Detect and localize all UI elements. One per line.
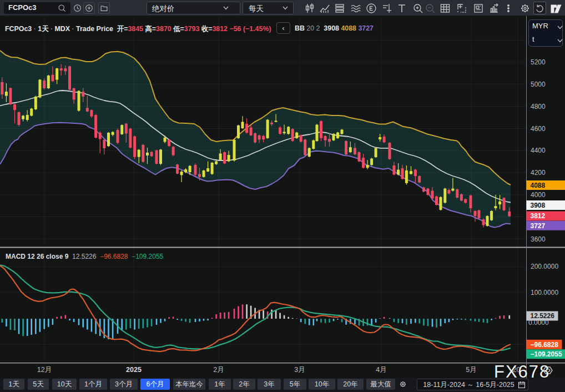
svg-text:12.5226: 12.5226	[531, 312, 555, 320]
svg-text:2025: 2025	[126, 366, 142, 374]
svg-text:3908: 3908	[531, 202, 546, 209]
svg-text:2月: 2月	[213, 366, 224, 374]
svg-text:4600: 4600	[531, 125, 546, 133]
svg-text:3月: 3月	[294, 366, 305, 374]
svg-text:12月: 12月	[37, 366, 52, 374]
svg-text:4400: 4400	[531, 147, 546, 154]
svg-text:−96.6828: −96.6828	[531, 341, 559, 349]
svg-text:3812: 3812	[531, 212, 546, 220]
svg-text:4200: 4200	[531, 169, 546, 177]
svg-text:4088: 4088	[531, 182, 546, 189]
svg-text:3600: 3600	[531, 235, 546, 243]
svg-text:5月: 5月	[466, 366, 476, 374]
svg-text:4月: 4月	[376, 366, 386, 374]
svg-text:4800: 4800	[531, 103, 546, 110]
svg-text:200.0000: 200.0000	[531, 263, 558, 270]
svg-text:5200: 5200	[531, 58, 546, 66]
svg-text:−109.2055: −109.2055	[531, 350, 562, 358]
svg-text:4000: 4000	[531, 191, 546, 199]
svg-text:3727: 3727	[531, 222, 546, 230]
svg-text:100.0000: 100.0000	[531, 289, 558, 296]
svg-text:5000: 5000	[531, 81, 546, 88]
